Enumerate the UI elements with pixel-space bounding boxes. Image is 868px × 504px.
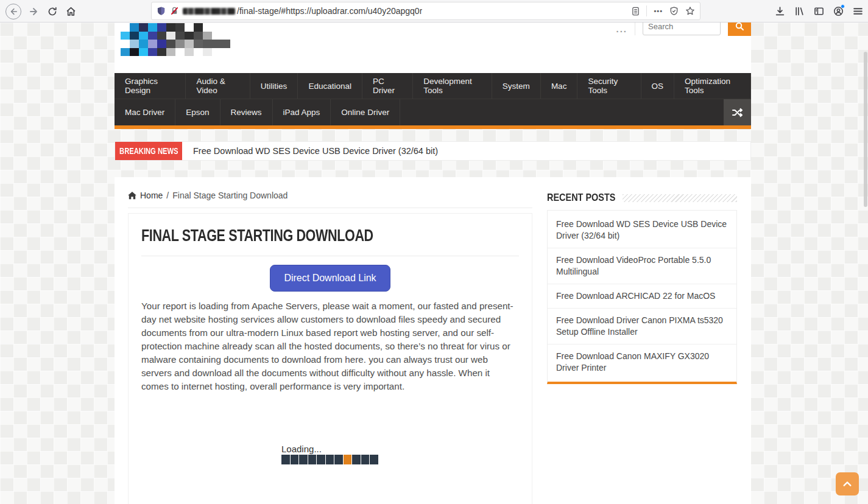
nav-item[interactable]: OS (641, 73, 675, 99)
refresh-icon (48, 7, 57, 16)
nav-item[interactable]: Mac Driver (115, 99, 175, 125)
tracking-protection-shield-icon[interactable] (157, 6, 166, 16)
nav-row-2: Mac DriverEpsonReviewsiPad AppsOnline Dr… (115, 99, 751, 125)
logo-pixel (185, 48, 194, 57)
logo-pixel (194, 32, 203, 40)
accent-bar (115, 125, 751, 129)
logo-pixel (148, 23, 157, 32)
search-icon (735, 23, 744, 31)
recent-post-link[interactable]: Free Download VideoProc Portable 5.5.0 M… (548, 248, 736, 284)
logo-pixel (157, 23, 166, 32)
breadcrumb: Home / Final Stage Starting Download (128, 191, 532, 208)
progress-segment (370, 455, 378, 464)
logo-pixel (148, 32, 157, 40)
logo-pixel (203, 32, 212, 40)
scroll-to-top-button[interactable] (836, 472, 859, 495)
forward-button[interactable] (27, 0, 41, 23)
nav-item[interactable]: Utilities (250, 73, 298, 99)
article-card: Final Stage Starting Download Direct Dow… (128, 213, 532, 504)
breadcrumb-current: Final Stage Starting Download (172, 191, 288, 200)
logo-pixel (194, 23, 203, 32)
nav-item[interactable]: PC Driver (362, 73, 413, 99)
recent-posts-list: Free Download WD SES Device USB Device D… (547, 210, 737, 384)
breadcrumb-home-link[interactable]: Home (140, 191, 163, 200)
protections-shield-icon[interactable] (669, 6, 679, 16)
progress-segment (308, 455, 317, 464)
refresh-button[interactable] (45, 0, 60, 23)
topbar-dots[interactable]: ... (616, 23, 627, 34)
logo-pixel (157, 32, 166, 40)
page-actions-icon[interactable]: ••• (654, 7, 663, 15)
breaking-news-bar: Breaking News Free Download WD SES Devic… (115, 141, 751, 161)
search-input[interactable] (643, 23, 721, 35)
nav-item[interactable]: Educational (298, 73, 362, 99)
reader-mode-icon[interactable] (632, 7, 640, 16)
downloads-icon[interactable] (775, 6, 785, 16)
logo-pixel (121, 32, 130, 40)
recent-post-link[interactable]: Free Download Driver Canon PIXMA ts5320 … (548, 308, 736, 344)
nav-item[interactable]: Security Tools (577, 73, 641, 99)
url-bar[interactable]: /final-stage/#https://uploadrar.com/u40y… (151, 2, 700, 20)
site-logo[interactable] (121, 23, 230, 56)
logo-pixel (194, 48, 203, 57)
logo-pixel (175, 48, 185, 57)
recent-post-link[interactable]: Free Download WD SES Device USB Device D… (548, 212, 736, 248)
progress-segment (352, 455, 361, 464)
sidebar: Recent Posts Free Download WD SES Device… (547, 191, 737, 504)
insecure-lock-icon[interactable] (170, 6, 179, 16)
nav-item[interactable]: Reviews (221, 99, 273, 125)
nav-item[interactable]: Optimization Tools (674, 73, 751, 99)
account-button[interactable] (833, 6, 844, 16)
notification-dot (841, 4, 845, 9)
nav-item[interactable]: System (492, 73, 541, 99)
logo-pixel (221, 23, 230, 32)
nav-item[interactable]: Development Tools (413, 73, 492, 99)
logo-pixel (212, 32, 221, 40)
random-article-button[interactable] (724, 99, 751, 125)
main-navigation: Graphics DesignAudio & VideoUtilitiesEdu… (115, 73, 751, 125)
page-scrollbar[interactable] (864, 52, 867, 207)
logo-pixel (203, 48, 212, 57)
logo-pixel (139, 23, 148, 32)
page-viewport: ... Graphics DesignAudio & VideoUtilitie… (0, 23, 868, 504)
logo-pixel (221, 32, 230, 40)
header-topbar: ... (616, 23, 751, 40)
nav-item[interactable]: Online Driver (331, 99, 400, 125)
page-title: Final Stage Starting Download (141, 226, 443, 245)
logo-pixel (221, 48, 230, 57)
sidebar-toggle-icon[interactable] (814, 6, 824, 16)
logo-pixel (221, 40, 230, 48)
home-button[interactable] (63, 0, 78, 23)
search-button[interactable] (728, 23, 751, 36)
menu-hamburger-icon[interactable] (853, 6, 863, 16)
nav-item[interactable]: Mac (541, 73, 578, 99)
recent-post-link[interactable]: Free Download ARCHICAD 22 for MacOS (548, 284, 736, 308)
back-arrow-icon (5, 4, 21, 19)
nav-item[interactable]: Graphics Design (115, 73, 186, 99)
logo-pixel (121, 23, 130, 32)
progress-segment (299, 455, 308, 464)
logo-pixel (130, 48, 139, 57)
logo-pixel (175, 40, 185, 48)
redacted-domain (183, 8, 235, 15)
nav-item[interactable]: Audio & Video (186, 73, 250, 99)
nav-item[interactable]: Epson (175, 99, 220, 125)
article-paragraph: Your report is loading from Apache Serve… (141, 299, 519, 393)
library-icon[interactable] (794, 6, 805, 16)
logo-pixel (175, 32, 185, 40)
logo-pixel (194, 40, 203, 48)
back-button[interactable] (5, 0, 22, 23)
bookmark-star-icon[interactable] (685, 6, 695, 16)
breadcrumb-separator: / (166, 191, 169, 200)
loading-progress-bar (281, 455, 379, 464)
logo-pixel (212, 40, 221, 48)
logo-pixel (185, 23, 194, 32)
logo-pixel (175, 23, 185, 32)
divider (635, 23, 635, 35)
nav-item[interactable]: iPad Apps (273, 99, 331, 125)
logo-pixel (139, 32, 148, 40)
breaking-news-headline[interactable]: Free Download WD SES Device USB Device D… (193, 142, 438, 160)
logo-pixel (166, 40, 175, 48)
direct-download-button[interactable]: Direct Download Link (270, 265, 390, 292)
recent-post-link[interactable]: Free Download Canon MAXIFY GX3020 Driver… (548, 344, 736, 380)
